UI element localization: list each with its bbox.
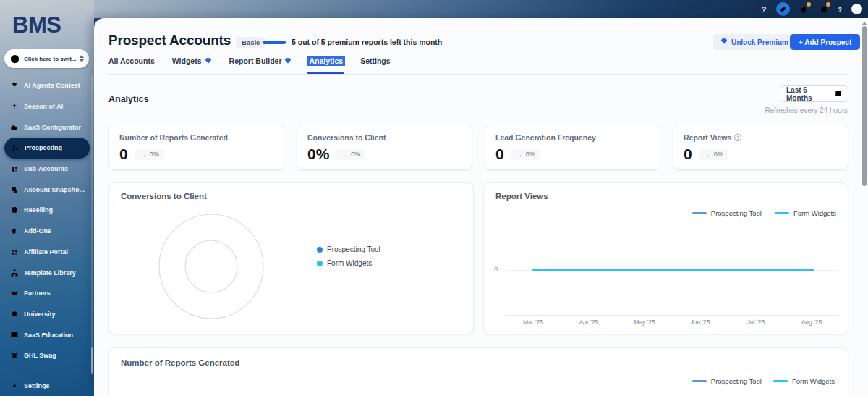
main-content: Prospect Accounts Basic 5 out of 5 premi…: [94, 18, 868, 396]
date-range-select[interactable]: Last 6 Months: [780, 85, 848, 102]
tab-report-builder[interactable]: Report Builder: [229, 56, 292, 75]
sidebar-scrollbar[interactable]: [91, 75, 93, 371]
sidebar-item-partners[interactable]: Partners: [0, 283, 94, 304]
topbar: ? ?: [0, 0, 868, 18]
line-legend: Prospecting Tool Form Widgets: [692, 377, 835, 385]
user-search-icon: [11, 143, 20, 152]
main-scrollbar[interactable]: [861, 20, 867, 395]
tab-settings[interactable]: Settings: [360, 56, 390, 75]
calendar-icon: [835, 90, 842, 98]
stat-card-reports-generated: Number of Reports Generated 0 → 0%: [109, 125, 284, 170]
refresh-note: Refreshes every 24 hours: [765, 106, 848, 114]
account-switcher[interactable]: Click here to swit...: [4, 49, 89, 68]
help-circle-icon[interactable]: ?: [734, 134, 741, 141]
stat-title: Number of Reports Generated: [119, 133, 273, 142]
sidebar-item-sub-accounts[interactable]: Sub-Accounts: [0, 159, 94, 180]
sidebar-item-saas-configurator[interactable]: SaaS Configurator: [0, 117, 94, 138]
y-axis-tick: 0: [494, 266, 498, 273]
legend-item-prospecting-tool[interactable]: Prospecting Tool: [692, 209, 762, 217]
conversions-donut-card: Conversions to Client Prospecting Tool F…: [109, 182, 474, 334]
legend-label: Form Widgets: [792, 377, 835, 385]
graduation-cap-icon: [10, 310, 19, 319]
analytics-heading: Analytics: [109, 94, 149, 104]
sidebar-item-ghl-swag[interactable]: GHL Swag: [0, 345, 94, 366]
add-prospect-button[interactable]: + Add Prospect: [790, 34, 860, 50]
tab-analytics[interactable]: Analytics: [309, 56, 343, 75]
legend-dot-cyan: [317, 261, 323, 266]
sidebar-item-prospecting[interactable]: Prospecting: [4, 138, 90, 159]
main-scrollbar-thumb[interactable]: [862, 26, 867, 186]
sidebar-item-label: Add-Ons: [24, 227, 51, 235]
tab-label: Widgets: [172, 56, 202, 65]
legend-item-form-widgets[interactable]: Form Widgets: [773, 377, 835, 385]
date-range-value: Last 6 Months: [786, 86, 835, 102]
legend-label: Prospecting Tool: [711, 377, 762, 385]
legend-item-prospecting-tool[interactable]: Prospecting Tool: [317, 245, 380, 253]
announcements-button[interactable]: [799, 4, 809, 14]
sidebar-item-settings[interactable]: Settings: [0, 376, 94, 396]
legend-label: Prospecting Tool: [711, 209, 762, 217]
sidebar-item-saas-education[interactable]: SaaS Education: [0, 324, 94, 345]
tab-all-accounts[interactable]: All Accounts: [109, 56, 155, 75]
bms-logo: BMS: [12, 12, 61, 38]
add-prospect-label: + Add Prospect: [799, 38, 851, 46]
legend-item-form-widgets[interactable]: Form Widgets: [317, 259, 380, 267]
trophy-icon: [10, 81, 19, 90]
sidebar-item-account-snapshots[interactable]: Account Snapsho...: [0, 179, 94, 200]
stat-value: 0: [495, 146, 504, 163]
announcement-badge: [807, 2, 811, 7]
rocket-launch-button[interactable]: [776, 2, 790, 16]
stat-value: 0%: [307, 146, 329, 163]
unlock-premium-button[interactable]: Unlock Premium: [713, 34, 796, 50]
notifications-button[interactable]: [819, 4, 829, 14]
sidebar-item-label: Template Library: [24, 269, 76, 277]
help-icon-small[interactable]: ?: [838, 6, 843, 13]
handshake-icon: [10, 289, 19, 298]
sparkles-icon: [10, 102, 19, 111]
sidebar-item-ai-agents-contest[interactable]: AI Agents Contest: [0, 75, 94, 96]
trend-arrow-icon: →: [516, 151, 523, 159]
sidebar-item-label: Partners: [24, 290, 51, 297]
stat-value: 0: [119, 146, 128, 163]
sidebar-item-season-of-ai[interactable]: Season of AI: [0, 96, 94, 117]
sidebar-item-label: Season of AI: [24, 103, 63, 110]
legend-line-blue: [692, 212, 707, 214]
legend-line-blue: [692, 380, 707, 382]
stat-delta: → 0%: [135, 149, 164, 160]
sidebar-item-label: Reselling: [24, 206, 53, 214]
sidebar-item-template-library[interactable]: Template Library: [0, 262, 94, 283]
sidebar-item-add-ons[interactable]: Add-Ons: [0, 221, 94, 242]
quota-text: 5 out of 5 premium reports left this mon…: [292, 38, 442, 46]
legend-line-cyan: [775, 212, 789, 214]
tshirt-icon: [10, 351, 19, 360]
sidebar-item-reselling[interactable]: Reselling: [0, 200, 94, 221]
chart-title: Number of Reports Generated: [121, 358, 239, 367]
tabs-divider: [109, 74, 848, 75]
sidebar-item-affiliate-portal[interactable]: Affiliate Portal: [0, 242, 94, 263]
sidebar-item-university[interactable]: University: [0, 304, 94, 325]
sidebar-item-label: Sub-Accounts: [24, 165, 68, 172]
tab-widgets[interactable]: Widgets: [172, 56, 212, 75]
sidebar-item-label: Prospecting: [25, 144, 62, 151]
unlock-premium-label: Unlock Premium: [731, 38, 788, 46]
sidebar-item-label: Settings: [24, 382, 50, 389]
plan-badge: Basic: [236, 37, 265, 48]
legend-item-prospecting-tool[interactable]: Prospecting Tool: [692, 377, 762, 385]
sidebar-item-label: SaaS Education: [24, 332, 73, 339]
help-icon[interactable]: ?: [762, 5, 767, 14]
sidebar-scrollbar-thumb[interactable]: [91, 347, 93, 374]
legend-dot-blue: [317, 247, 323, 253]
legend-label: Form Widgets: [327, 259, 372, 267]
tab-label: All Accounts: [109, 56, 155, 65]
sidebar-item-label: AI Agents Contest: [24, 82, 80, 89]
gem-icon: [720, 38, 728, 46]
stat-title: Conversions to Client: [307, 133, 461, 142]
scroll-up-arrow-icon[interactable]: [862, 22, 867, 25]
gem-icon: [205, 57, 212, 64]
quota-progress-bar: [263, 41, 286, 44]
stat-card-conversions: Conversions to Client 0% → 0%: [297, 125, 472, 170]
avatar[interactable]: [851, 4, 862, 14]
globe-icon: [10, 206, 19, 214]
legend-item-form-widgets[interactable]: Form Widgets: [775, 209, 836, 217]
x-axis-label: Apr '25: [567, 319, 610, 326]
